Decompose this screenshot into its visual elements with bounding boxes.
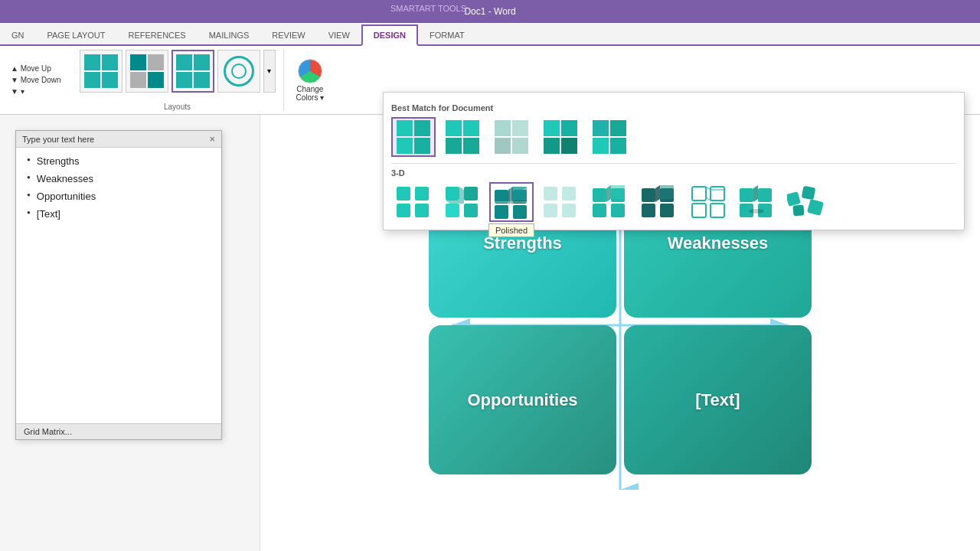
- layout-thumb-3[interactable]: [172, 50, 214, 93]
- best-match-options: [391, 117, 956, 157]
- svg-rect-1: [415, 187, 429, 201]
- change-colors-label: ChangeColors ▾: [296, 85, 325, 102]
- svg-rect-50: [792, 204, 804, 216]
- threed-option-2[interactable]: [440, 182, 485, 222]
- svg-rect-37: [710, 187, 724, 201]
- svg-rect-0: [397, 187, 410, 201]
- color-wheel-icon: [298, 59, 322, 83]
- layouts-label: Layouts: [164, 103, 191, 111]
- svg-rect-27: [611, 204, 625, 217]
- svg-rect-24: [593, 188, 606, 202]
- tab-mailings[interactable]: MAILINGS: [198, 24, 261, 46]
- svg-rect-26: [593, 204, 606, 217]
- layout-thumb-4[interactable]: [217, 50, 260, 93]
- svg-rect-38: [692, 204, 706, 217]
- svg-rect-42: [740, 188, 753, 202]
- move-buttons-group: ▲ Move Up ▼ Move Down ▼ ▾: [8, 64, 64, 96]
- text-editor-footer: Grid Matrix...: [16, 423, 221, 439]
- bullet-text-1: Strengths: [37, 155, 80, 167]
- polished-tooltip: Polished: [488, 223, 534, 237]
- text-editor-body[interactable]: ● Strengths ● Weaknesses ● Opportunities…: [16, 148, 221, 423]
- bullet-dot-2: ●: [27, 174, 31, 181]
- svg-point-47: [749, 209, 764, 214]
- best-match-label: Best Match for Document: [391, 103, 956, 112]
- threed-option-7[interactable]: [685, 182, 730, 222]
- threed-option-6[interactable]: [636, 182, 681, 222]
- color-option-5[interactable]: [587, 117, 632, 157]
- bullet-text-2: Weaknesses: [37, 173, 93, 184]
- ribbon-tabs: GN PAGE LAYOUT REFERENCES MAILINGS REVIE…: [0, 23, 980, 46]
- svg-rect-13: [513, 205, 527, 219]
- threed-option-9[interactable]: [783, 182, 828, 222]
- svg-rect-49: [802, 186, 816, 201]
- svg-rect-3: [415, 204, 429, 217]
- svg-rect-39: [710, 204, 724, 217]
- color-option-4[interactable]: [538, 117, 583, 157]
- svg-rect-10: [495, 190, 508, 204]
- opportunities-cell[interactable]: Opportunities: [429, 325, 616, 474]
- svg-marker-35: [660, 185, 674, 199]
- svg-rect-7: [464, 204, 478, 217]
- svg-marker-34: [655, 185, 660, 202]
- title-bar: SMARTART TOOLS Doc1 - Word: [0, 0, 980, 23]
- tab-page-layout[interactable]: PAGE LAYOUT: [36, 24, 117, 46]
- text-cell[interactable]: [Text]: [624, 325, 812, 474]
- svg-rect-30: [642, 188, 655, 202]
- bullet-dot-4: ●: [27, 209, 31, 216]
- threed-option-4[interactable]: [538, 182, 583, 222]
- svg-marker-28: [606, 185, 611, 202]
- tab-design[interactable]: DESIGN: [361, 24, 418, 46]
- svg-rect-12: [495, 205, 508, 219]
- tab-review[interactable]: REVIEW: [260, 24, 316, 46]
- threed-option-1[interactable]: [391, 182, 436, 222]
- layouts-scroll-button[interactable]: ▾: [263, 50, 276, 93]
- svg-rect-20: [544, 187, 557, 201]
- svg-rect-32: [642, 204, 655, 217]
- svg-marker-46: [753, 185, 758, 202]
- change-colors-dropdown: Best Match for Document: [383, 92, 965, 230]
- layout-thumb-1[interactable]: [80, 50, 122, 93]
- svg-rect-36: [692, 187, 706, 201]
- svg-rect-23: [562, 204, 576, 217]
- layouts-group: ▾ Layouts: [72, 50, 284, 111]
- svg-rect-21: [562, 187, 576, 201]
- threed-option-5[interactable]: [587, 182, 632, 222]
- opportunities-label: Opportunities: [467, 390, 577, 410]
- move-up-button[interactable]: ▲ Move Up: [8, 64, 64, 73]
- color-option-1[interactable]: [391, 117, 436, 157]
- threed-option-8[interactable]: [734, 182, 779, 222]
- color-option-2[interactable]: [440, 117, 485, 157]
- bullet-dot-3: ●: [27, 191, 31, 198]
- left-panel: Type your text here × ● Strengths ● Weak…: [0, 115, 260, 551]
- svg-rect-43: [758, 188, 772, 202]
- tab-sign[interactable]: GN: [0, 24, 36, 46]
- tab-references[interactable]: REFERENCES: [117, 24, 198, 46]
- weaknesses-label: Weaknesses: [668, 233, 769, 253]
- threed-options: Polished: [391, 182, 956, 222]
- svg-rect-51: [807, 199, 824, 216]
- text-editor-panel: Type your text here × ● Strengths ● Weak…: [15, 130, 222, 440]
- bullet-item-4: ● [Text]: [27, 208, 211, 220]
- change-colors-button[interactable]: ChangeColors ▾: [290, 56, 331, 105]
- bullet-item-1: ● Strengths: [27, 155, 211, 167]
- close-button[interactable]: ×: [209, 134, 215, 144]
- tab-format[interactable]: FORMAT: [418, 24, 476, 46]
- move-extra-button[interactable]: ▼ ▾: [8, 86, 64, 96]
- svg-rect-2: [397, 204, 410, 217]
- text-label: [Text]: [695, 390, 740, 410]
- move-down-button[interactable]: ▼ Move Down: [8, 75, 64, 85]
- svg-rect-5: [464, 187, 478, 201]
- layout-thumb-2[interactable]: [126, 50, 168, 93]
- svg-marker-29: [611, 185, 625, 199]
- svg-rect-4: [446, 187, 459, 201]
- svg-rect-22: [544, 204, 557, 217]
- tab-view[interactable]: VIEW: [317, 24, 361, 46]
- layout-thumbnails: ▾: [80, 50, 276, 93]
- color-option-3[interactable]: [489, 117, 534, 157]
- bullet-dot-1: ●: [27, 156, 31, 163]
- doc-title: Doc1 - Word: [464, 6, 515, 17]
- svg-rect-33: [660, 204, 674, 217]
- threed-option-3[interactable]: Polished: [489, 182, 534, 222]
- bullet-text-3: Opportunities: [37, 191, 96, 202]
- svg-rect-6: [446, 204, 459, 217]
